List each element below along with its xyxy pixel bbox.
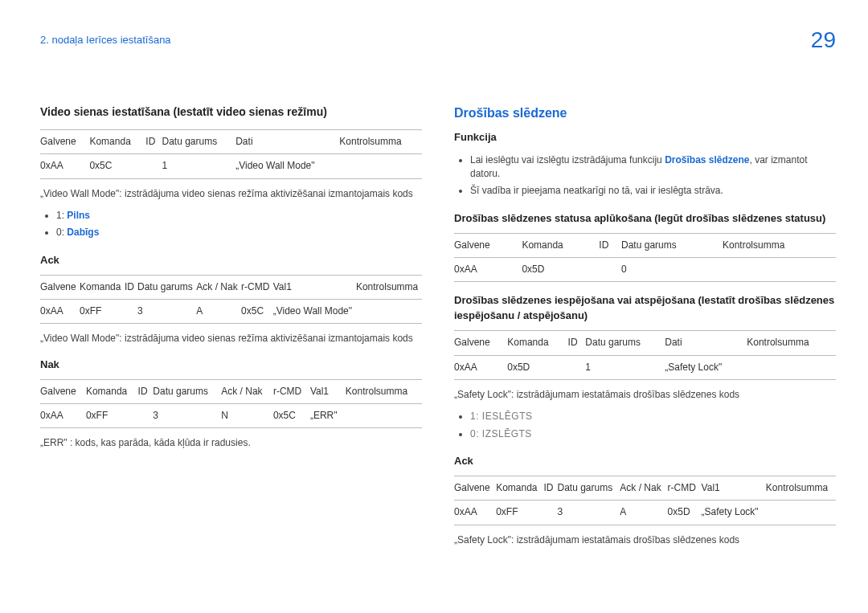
th: r-CMD	[273, 379, 310, 403]
td	[747, 355, 836, 379]
td: 0	[621, 258, 723, 282]
th: Val1	[702, 476, 766, 500]
right-sl-note: „Safety Lock": izstrādājumam iestatāmais…	[454, 388, 836, 402]
list-item: Lai ieslēgtu vai izslēgtu izstrādājuma f…	[470, 152, 836, 183]
td: 0xAA	[40, 404, 86, 428]
page-number: 29	[811, 24, 836, 57]
left-column: Video sienas iestatīšana (Iestatīt video…	[40, 104, 422, 554]
right-status-title: Drošības slēdzenes statusa aplūkošana (I…	[454, 211, 836, 227]
list-item: Šī vadība ir pieejama neatkarīgi no tā, …	[470, 182, 836, 199]
left-title: Video sienas iestatīšana (Iestatīt video…	[40, 104, 422, 120]
bullet-text: 1: IESLĒGTS	[470, 411, 533, 422]
left-nak-table: Galvene Komanda ID Datu garums Ack / Nak…	[40, 379, 422, 429]
th: Kontrolsumma	[356, 275, 422, 299]
list-item: 1: IESLĒGTS	[470, 408, 836, 425]
th: Komanda	[507, 331, 567, 355]
left-ack-table: Galvene Komanda ID Datu garums Ack / Nak…	[40, 275, 422, 325]
left-nak-title: Nak	[40, 358, 422, 373]
th: ID	[568, 331, 586, 355]
td: 0xAA	[40, 154, 89, 178]
th: Kontrolsumma	[766, 476, 836, 500]
th: Datu garums	[585, 331, 665, 355]
td	[138, 404, 154, 428]
right-column: Drošības slēdzene Funkcija Lai ieslēgtu …	[454, 104, 836, 554]
td	[346, 404, 422, 428]
th: Galvene	[40, 275, 80, 299]
left-note2: „Video Wall Mode": izstrādājuma video si…	[40, 332, 422, 345]
td: 0x5C	[273, 404, 310, 428]
th: Komanda	[86, 379, 138, 403]
right-set-table: Galvene Komanda ID Datu garums Dati Kont…	[454, 330, 836, 380]
left-note1: „Video Wall Mode": izstrādājuma video si…	[40, 187, 422, 201]
th: ID	[543, 476, 557, 500]
th: Val1	[310, 379, 346, 403]
td	[568, 355, 586, 379]
th: Komanda	[80, 275, 125, 299]
td: 3	[558, 501, 620, 525]
td: 0x5C	[89, 154, 145, 178]
th: Komanda	[496, 476, 543, 500]
th: Galvene	[454, 233, 522, 257]
left-bullets1: 1: Pilns 0: Dabīgs	[56, 207, 422, 242]
td	[356, 300, 422, 324]
th: Galvene	[454, 331, 507, 355]
th: ID	[145, 129, 162, 153]
td: 0x5D	[668, 501, 702, 525]
bullet-pre: Šī vadība ir pieejama neatkarīgi no tā, …	[470, 185, 723, 196]
th: Komanda	[89, 129, 145, 153]
td: „Video Wall Mode"	[273, 300, 356, 324]
bullet-highlight: Dabīgs	[67, 227, 99, 238]
th: Ack / Nak	[221, 379, 273, 403]
td	[145, 154, 162, 178]
left-table1: Galvene Komanda ID Datu garums Dati Kont…	[40, 129, 422, 179]
list-item: 0: IZSLĒGTS	[470, 426, 836, 443]
td: 0xFF	[80, 300, 125, 324]
td: „Safety Lock"	[665, 355, 747, 379]
th: Ack / Nak	[196, 275, 241, 299]
td: „Safety Lock"	[702, 501, 766, 525]
bullet-text: 0: IZSLĒGTS	[470, 428, 532, 439]
th: Komanda	[522, 233, 599, 257]
right-sl-bullets: 1: IESLĒGTS 0: IZSLĒGTS	[470, 408, 836, 443]
th: Dati	[665, 331, 747, 355]
right-ack-title: Ack	[454, 454, 836, 469]
td: 1	[585, 355, 665, 379]
bullet-highlight: Pilns	[67, 210, 90, 221]
th: Galvene	[454, 476, 496, 500]
th: Kontrolsumma	[339, 129, 422, 153]
right-ack-note: „Safety Lock": izstrādājumam iestatāmais…	[454, 533, 836, 547]
td	[339, 154, 422, 178]
th: Datu garums	[162, 129, 235, 153]
td: 0xFF	[86, 404, 138, 428]
page-header: 2. nodaļa Ierīces iestatīšana 29	[40, 24, 836, 57]
left-err-note: „ERR" : kods, kas parāda, kāda kļūda ir …	[40, 436, 422, 450]
th: Kontrolsumma	[346, 379, 422, 403]
bullet-pre: Lai ieslēgtu vai izslēgtu izstrādājuma f…	[470, 154, 665, 166]
th: r-CMD	[668, 476, 702, 500]
td: 0xFF	[496, 501, 543, 525]
th: Dati	[235, 129, 339, 153]
td: 0x5D	[522, 258, 599, 282]
th: ID	[599, 233, 621, 257]
td: 0x5D	[507, 355, 567, 379]
th: Datu garums	[621, 233, 723, 257]
td: 0xAA	[454, 258, 522, 282]
right-func-title: Funkcija	[454, 130, 836, 145]
th: Datu garums	[558, 476, 620, 500]
td: „ERR"	[310, 404, 346, 428]
th: Kontrolsumma	[747, 331, 836, 355]
td	[766, 501, 836, 525]
td: N	[221, 404, 273, 428]
th: Galvene	[40, 129, 89, 153]
left-ack-title: Ack	[40, 253, 422, 268]
bullet-highlight: Drošības slēdzene	[665, 154, 749, 166]
th: Ack / Nak	[620, 476, 667, 500]
th: ID	[125, 275, 137, 299]
right-status-table: Galvene Komanda ID Datu garums Kontrolsu…	[454, 233, 836, 283]
td	[125, 300, 137, 324]
td	[723, 258, 836, 282]
td: „Video Wall Mode"	[235, 154, 339, 178]
th: Datu garums	[137, 275, 196, 299]
th: ID	[138, 379, 154, 403]
chapter-link[interactable]: 2. nodaļa Ierīces iestatīšana	[40, 33, 171, 48]
